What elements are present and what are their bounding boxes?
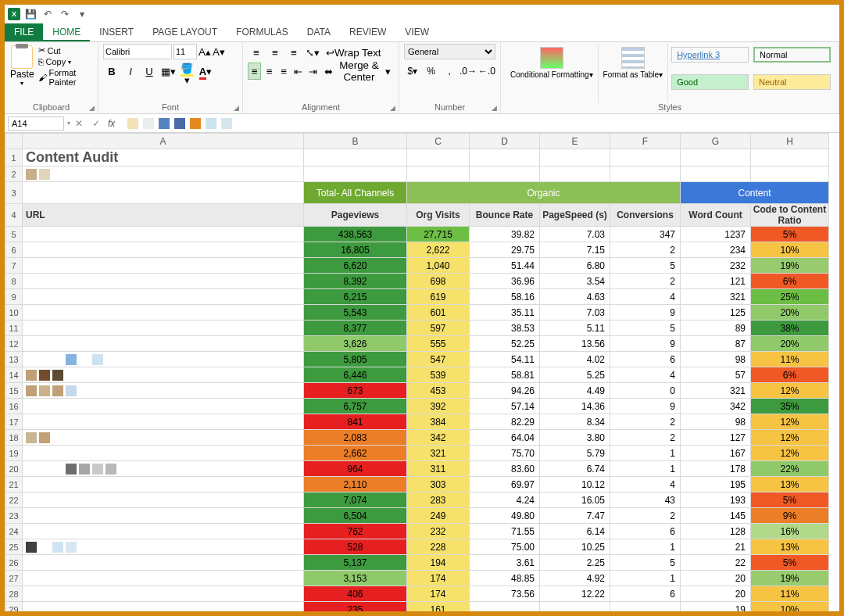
cell[interactable]: 167	[681, 446, 751, 461]
cell[interactable]	[751, 167, 829, 182]
cancel-formula-icon[interactable]: ✕	[70, 118, 88, 129]
cell[interactable]: 1	[610, 446, 681, 461]
cell[interactable]: 83.60	[470, 461, 540, 477]
section-header-total[interactable]: Total- All Channels	[304, 182, 407, 204]
cell[interactable]	[470, 149, 540, 167]
insert-function-icon[interactable]: fx	[105, 118, 118, 129]
cell[interactable]: 5,137	[304, 555, 407, 571]
cell[interactable]	[23, 414, 304, 430]
style-hyperlink[interactable]: Hyperlink 3	[671, 47, 749, 63]
cell[interactable]: 35%	[751, 399, 829, 414]
cell[interactable]	[23, 321, 304, 336]
cell[interactable]	[23, 305, 304, 321]
cell[interactable]: 38.53	[470, 321, 540, 336]
increase-decimal-button[interactable]: .0→	[460, 63, 477, 80]
cell[interactable]: 6,215	[304, 289, 407, 305]
cell[interactable]	[23, 492, 304, 508]
cell[interactable]: 234	[681, 242, 751, 258]
worksheet-area[interactable]: A B C D E F G H 1Content Audit23Total- A…	[5, 133, 839, 616]
cell[interactable]: 3.54	[540, 274, 610, 289]
cell[interactable]: 321	[407, 446, 470, 461]
row-header[interactable]: 18	[5, 430, 23, 446]
border-button[interactable]: ▦▾	[159, 63, 177, 80]
cell[interactable]: 597	[407, 321, 470, 336]
align-top-button[interactable]: ≡	[248, 44, 265, 61]
increase-font-button[interactable]: A▴	[198, 46, 211, 58]
cell[interactable]	[23, 399, 304, 414]
cell[interactable]	[540, 602, 610, 617]
cell[interactable]	[23, 508, 304, 524]
row-header[interactable]: 16	[5, 399, 23, 414]
row-header[interactable]: 13	[5, 352, 23, 367]
cell[interactable]: 1	[610, 571, 681, 586]
cell[interactable]: 5	[610, 321, 681, 336]
cell[interactable]: 2	[610, 274, 681, 289]
cell[interactable]: 98	[681, 352, 751, 367]
cell[interactable]: 5	[610, 258, 681, 274]
cell[interactable]	[23, 167, 304, 182]
cell[interactable]	[23, 352, 304, 367]
cell[interactable]: 539	[407, 367, 470, 383]
cell[interactable]: 4.49	[540, 383, 610, 399]
cell[interactable]: 5,805	[304, 352, 407, 367]
cell[interactable]: 10%	[751, 242, 829, 258]
cell[interactable]	[470, 602, 540, 617]
align-center-button[interactable]: ≡	[263, 63, 276, 80]
cell[interactable]: 303	[407, 477, 470, 492]
bold-button[interactable]: B	[103, 63, 120, 80]
tab-page-layout[interactable]: PAGE LAYOUT	[143, 23, 227, 41]
cell[interactable]: 5,543	[304, 305, 407, 321]
cell[interactable]: 4.24	[470, 492, 540, 508]
cell[interactable]: 12.22	[540, 586, 610, 602]
cell[interactable]: 36.96	[470, 274, 540, 289]
row-header[interactable]: 22	[5, 492, 23, 508]
cell[interactable]	[610, 602, 681, 617]
cell[interactable]	[23, 555, 304, 571]
cell[interactable]: 342	[681, 399, 751, 414]
row-header[interactable]: 6	[5, 242, 23, 258]
cell[interactable]: 20%	[751, 305, 829, 321]
cell[interactable]: 10.12	[540, 477, 610, 492]
cell[interactable]: 193	[681, 492, 751, 508]
sheet-title[interactable]: Content Audit	[23, 149, 304, 167]
cell[interactable]: 4.63	[540, 289, 610, 305]
cell[interactable]: 11%	[751, 586, 829, 602]
cell[interactable]: 13%	[751, 539, 829, 555]
cell[interactable]: 82.29	[470, 414, 540, 430]
underline-button[interactable]: U	[141, 63, 158, 80]
cell[interactable]: 5.25	[540, 367, 610, 383]
align-middle-button[interactable]: ≡	[266, 44, 284, 61]
cell[interactable]: 7.15	[540, 242, 610, 258]
cell[interactable]: 6,757	[304, 399, 407, 414]
cell[interactable]: 1,040	[407, 258, 470, 274]
cell[interactable]: 12%	[751, 383, 829, 399]
cell[interactable]: Word Count	[681, 204, 751, 227]
cell[interactable]: 232	[681, 258, 751, 274]
cell[interactable]: 4.02	[540, 352, 610, 367]
cell[interactable]: 89	[681, 321, 751, 336]
cell[interactable]	[751, 149, 829, 167]
cell[interactable]	[23, 242, 304, 258]
col-header[interactable]: G	[681, 134, 751, 149]
undo-icon[interactable]: ↶	[41, 7, 55, 21]
cell[interactable]: 3.80	[540, 430, 610, 446]
cell[interactable]: 3,153	[304, 571, 407, 586]
row-header[interactable]: 2	[5, 167, 23, 182]
tab-insert[interactable]: INSERT	[90, 23, 143, 41]
row-header[interactable]: 9	[5, 289, 23, 305]
cell[interactable]	[23, 289, 304, 305]
cell[interactable]: 5%	[751, 227, 829, 242]
cell[interactable]: 228	[407, 539, 470, 555]
cell[interactable]: 5	[610, 555, 681, 571]
cell[interactable]: 16,805	[304, 242, 407, 258]
align-right-button[interactable]: ≡	[277, 63, 291, 80]
cell[interactable]: 762	[304, 524, 407, 539]
cell[interactable]: 54.11	[470, 352, 540, 367]
cell[interactable]	[23, 258, 304, 274]
style-good[interactable]: Good	[671, 74, 749, 90]
cell[interactable]: 12%	[751, 430, 829, 446]
row-header[interactable]: 21	[5, 477, 23, 492]
cell[interactable]: 6.14	[540, 524, 610, 539]
row-header[interactable]: 27	[5, 571, 23, 586]
cell[interactable]	[23, 461, 304, 477]
